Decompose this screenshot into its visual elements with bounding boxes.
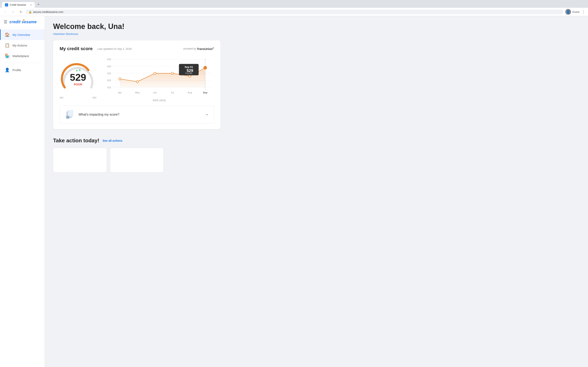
sidebar-nav: 🏠 My Overview 📋 My Actions 🏪 Marketplace…: [0, 28, 45, 367]
lock-icon: 🔒: [29, 10, 32, 13]
svg-text:May: May: [135, 91, 140, 94]
svg-point-16: [171, 72, 173, 75]
impact-card[interactable]: 🔍 What's impacting my score? →: [60, 106, 214, 124]
browser-tab-bar: S Credit Sesame × +: [0, 0, 588, 8]
sidebar-item-label: Profile: [12, 68, 21, 72]
see-all-actions-link[interactable]: See all actions: [103, 139, 122, 142]
main-content: Welcome back, Una! Advertiser Disclosure…: [45, 16, 588, 367]
sidebar: ☰ credit sesame 🏠 My Overview 📋 My Actio…: [0, 16, 45, 367]
browser-user[interactable]: 👤 Guest: [565, 9, 579, 15]
browser-menu-button[interactable]: ⋮: [581, 9, 586, 14]
svg-text:Jun: Jun: [153, 91, 157, 94]
user-avatar-icon: 👤: [565, 9, 571, 15]
provider-text: provided by: [183, 47, 196, 50]
svg-point-13: [119, 78, 121, 80]
svg-text:POOR: POOR: [185, 72, 192, 75]
home-icon: 🏠: [5, 32, 9, 37]
take-action-section: Take action today! See all actions: [53, 137, 221, 172]
hamburger-button[interactable]: ☰: [4, 19, 7, 24]
gauge-wrapper: ▲ 6 529 POOR 300 850: [60, 59, 96, 99]
svg-text:Sep 01: Sep 01: [185, 66, 193, 68]
gauge-max: 850: [93, 96, 96, 99]
svg-text:S: S: [6, 4, 7, 6]
svg-text:535: 535: [107, 58, 111, 60]
sidebar-item-label: My Actions: [12, 44, 27, 47]
actions-icon: 📋: [5, 43, 9, 48]
sidebar-item-my-overview[interactable]: 🏠 My Overview: [0, 29, 45, 40]
sidebar-item-profile[interactable]: 👤 Profile: [0, 65, 45, 75]
user-label: Guest: [572, 10, 579, 13]
credit-score-card: My credit score Last updated on Sep 1, 2…: [53, 40, 221, 129]
svg-text:🔍: 🔍: [66, 116, 69, 119]
impact-card-text: What's impacting my score?: [79, 113, 204, 117]
sidebar-logo: credit sesame: [9, 20, 36, 24]
svg-text:Jul: Jul: [171, 91, 174, 94]
svg-text:Aug: Aug: [188, 91, 192, 94]
close-tab-icon[interactable]: ×: [30, 3, 32, 7]
gauge-min: 300: [60, 96, 63, 99]
transunion-logo: TransUnion®: [197, 47, 214, 50]
credit-score-header: My credit score Last updated on Sep 1, 2…: [60, 46, 214, 51]
browser-chrome: S Credit Sesame × + ← → ↻ 🔒 👤 Guest ⋮: [0, 0, 588, 16]
hamburger-icon: ☰: [4, 19, 7, 24]
advertiser-disclosure-link[interactable]: Advertiser Disclosure: [53, 33, 221, 35]
impact-arrow-icon: →: [204, 112, 209, 117]
logo-text: credit sesame: [9, 20, 36, 24]
action-card-2[interactable]: [110, 148, 164, 172]
gauge-svg: [60, 59, 96, 96]
back-button[interactable]: ←: [2, 9, 8, 15]
take-action-header: Take action today! See all actions: [53, 137, 221, 144]
chart-container: 535 530 525 520 515: [104, 56, 214, 101]
svg-point-14: [136, 81, 138, 83]
gauge-range: 300 850: [60, 96, 96, 99]
svg-text:530: 530: [107, 65, 111, 68]
content-inner: Welcome back, Una! Advertiser Disclosure…: [45, 16, 229, 178]
url-input[interactable]: [33, 10, 561, 13]
last-updated-text: Last updated on Sep 1, 2019: [97, 47, 131, 50]
svg-point-17: [189, 75, 191, 77]
browser-tab[interactable]: S Credit Sesame ×: [2, 2, 35, 8]
svg-text:Apr: Apr: [118, 91, 122, 94]
sidebar-item-marketplace[interactable]: 🏪 Marketplace: [0, 50, 45, 61]
chart-wrapper: 535 530 525 520 515: [104, 56, 214, 101]
profile-icon: 👤: [5, 67, 9, 72]
tab-title: Credit Sesame: [10, 3, 29, 6]
svg-rect-32: [68, 110, 73, 117]
credit-score-title: My credit score: [60, 46, 93, 51]
svg-text:Sep: Sep: [203, 91, 208, 94]
take-action-title: Take action today!: [53, 137, 99, 144]
reload-button[interactable]: ↻: [18, 9, 24, 15]
provider-label: provided by TransUnion®: [183, 47, 214, 50]
impact-icon: 🔍: [65, 109, 75, 120]
svg-point-15: [154, 72, 156, 75]
new-tab-button[interactable]: +: [35, 2, 41, 7]
gauge-container: ▲ 6 529 POOR: [60, 59, 96, 96]
action-card-1[interactable]: [53, 148, 107, 172]
favicon-icon: S: [5, 3, 8, 7]
welcome-title: Welcome back, Una!: [53, 22, 221, 31]
app-layout: ☰ credit sesame 🏠 My Overview 📋 My Actio…: [0, 16, 588, 367]
sidebar-header: ☰ credit sesame: [0, 16, 45, 28]
svg-text:515: 515: [107, 86, 111, 89]
sidebar-item-my-actions[interactable]: 📋 My Actions: [0, 40, 45, 50]
forward-button[interactable]: →: [10, 9, 16, 15]
browser-toolbar: ← → ↻ 🔒 👤 Guest ⋮: [0, 8, 588, 16]
svg-text:525: 525: [107, 72, 111, 75]
address-bar[interactable]: 🔒: [26, 9, 563, 14]
action-cards-row: [53, 148, 221, 172]
nav-divider: [4, 63, 41, 63]
marketplace-icon: 🏪: [5, 53, 9, 58]
chart-svg: 535 530 525 520 515: [104, 56, 214, 100]
svg-text:520: 520: [107, 79, 111, 82]
sidebar-item-label: Marketplace: [12, 54, 29, 58]
sidebar-item-label: My Overview: [12, 33, 30, 36]
credit-score-content: ▲ 6 529 POOR 300 850: [60, 56, 214, 101]
